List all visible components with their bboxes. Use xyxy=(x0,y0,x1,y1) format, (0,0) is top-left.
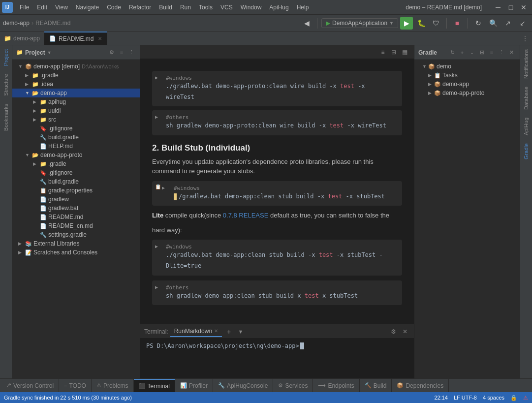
code-toggle-5[interactable]: ▶ xyxy=(155,284,158,290)
tree-item-extlibs[interactable]: ▶ 📚 External Libraries xyxy=(12,239,140,248)
menu-run[interactable]: Run xyxy=(176,2,195,12)
bottom-tab-terminal[interactable]: ⬛ Terminal xyxy=(134,379,175,393)
menu-tools[interactable]: Tools xyxy=(195,2,217,12)
bottom-tab-todo[interactable]: ≡ TODO xyxy=(59,379,92,393)
gradle-item-tasks[interactable]: ▶ 📋 Tasks xyxy=(414,71,520,80)
view-side-btn[interactable]: ▦ xyxy=(399,47,410,58)
gradle-collapse-icon[interactable]: ≡ xyxy=(487,48,496,57)
vtab-structure[interactable]: Structure xyxy=(1,70,11,100)
search-button[interactable]: 🔍 xyxy=(487,17,500,30)
tab-close-icon[interactable]: ✕ xyxy=(98,36,102,41)
gradle-filter-icon[interactable]: ⋮ xyxy=(497,48,506,57)
tree-item-gradle-root[interactable]: ▶ 📁 .gradle xyxy=(12,71,140,80)
gradle-item-demoproto[interactable]: ▶ 📦 demo-app-proto xyxy=(414,89,520,97)
tree-item-gradle2[interactable]: ▶ 📁 .gradle xyxy=(12,159,140,168)
stop-button[interactable]: ■ xyxy=(451,17,464,30)
breadcrumb-project[interactable]: demo-app xyxy=(3,20,30,27)
tree-item-gitignore[interactable]: 🔖 .gitignore xyxy=(12,124,140,133)
gradle-refresh-icon[interactable]: ↻ xyxy=(448,48,457,57)
copy-icon[interactable]: 📋 xyxy=(155,184,161,189)
status-line-col[interactable]: 22:14 xyxy=(434,395,448,401)
gradle-item-demo[interactable]: ▼ 📦 demo xyxy=(414,62,520,71)
nav-forward-btn[interactable]: ↗ xyxy=(501,17,514,30)
maximize-button[interactable]: □ xyxy=(504,1,517,14)
bottom-tab-version-control[interactable]: ⎇ Version Control xyxy=(0,379,59,393)
vtab-gradle[interactable]: Gradle xyxy=(521,139,531,163)
vtab-project[interactable]: Project xyxy=(1,45,11,70)
run-button[interactable]: ▶ xyxy=(400,17,413,30)
toolbar-back-btn[interactable]: ◀ xyxy=(300,17,313,30)
menu-vcs[interactable]: VCS xyxy=(217,2,237,12)
tree-item-helpmd[interactable]: 📄 HELP.md xyxy=(12,142,140,151)
status-encoding[interactable]: LF UTF-8 xyxy=(454,395,477,401)
tree-item-gradlew[interactable]: 📄 gradlew xyxy=(12,195,140,204)
vtab-bookmarks[interactable]: Bookmarks xyxy=(1,100,11,135)
tree-item-demoproto[interactable]: ▼ 📂 demo-app-proto xyxy=(12,151,140,159)
code-toggle-3[interactable]: ▶ xyxy=(162,185,165,190)
menu-apihug[interactable]: ApiHug xyxy=(265,2,292,12)
tree-item-scratches[interactable]: ▶ 📝 Scratches and Consoles xyxy=(12,248,140,257)
bottom-tab-profiler[interactable]: 📊 Profiler xyxy=(175,379,213,393)
tree-item-readmecn[interactable]: 📄 README_cn.md xyxy=(12,221,140,230)
menu-window[interactable]: Window xyxy=(237,2,266,12)
add-terminal-btn[interactable]: + xyxy=(224,327,234,337)
code-toggle-1[interactable]: ▶ xyxy=(155,75,158,80)
options-icon[interactable]: ⋮ xyxy=(127,48,136,57)
menu-help[interactable]: Help xyxy=(293,2,313,12)
close-button[interactable]: ✕ xyxy=(517,1,530,14)
bottom-tab-build[interactable]: 🔨 Build xyxy=(360,379,392,393)
menu-file[interactable]: File xyxy=(16,2,33,12)
tree-item-buildgradle2[interactable]: 🔧 build.gradle xyxy=(12,177,140,186)
tree-item-root[interactable]: ▼ 📦 demo-app [demo] D:\Aaron\works xyxy=(12,62,140,71)
minimize-button[interactable]: ─ xyxy=(492,1,504,14)
menu-build[interactable]: Build xyxy=(155,2,176,12)
vtab-notifications[interactable]: Notifications xyxy=(521,45,531,83)
terminal-tab-close-icon[interactable]: ✕ xyxy=(214,328,218,334)
coverage-button[interactable]: 🛡 xyxy=(430,17,442,30)
code-toggle-2[interactable]: ▶ xyxy=(155,114,158,120)
tree-item-gitignore2[interactable]: 🔖 .gitignore xyxy=(12,168,140,177)
code-toggle-4[interactable]: ▶ xyxy=(155,244,158,249)
sync-icon[interactable]: ⚙ xyxy=(107,48,116,57)
bottom-tab-services[interactable]: ⚙ Services xyxy=(273,379,313,393)
nav-backward-btn[interactable]: ↙ xyxy=(516,17,529,30)
gradle-item-demoapp[interactable]: ▶ 📦 demo-app xyxy=(414,80,520,89)
update-button[interactable]: ↻ xyxy=(472,17,485,30)
tree-item-buildgradle[interactable]: 🔧 build.gradle xyxy=(12,133,140,142)
gear-icon[interactable]: ≡ xyxy=(117,48,126,57)
gradle-add-icon[interactable]: + xyxy=(458,48,467,57)
gradle-expand-icon[interactable]: ⊞ xyxy=(477,48,486,57)
menu-view[interactable]: View xyxy=(51,2,72,12)
gradle-minus-icon[interactable]: - xyxy=(468,48,476,57)
tab-demoapp[interactable]: 📁 demo-app xyxy=(0,31,44,45)
tree-item-settingsgradle[interactable]: 🔧 settings.gradle xyxy=(12,230,140,239)
terminal-options-btn[interactable]: ▼ xyxy=(236,327,246,337)
view-list-btn[interactable]: ≡ xyxy=(377,47,388,58)
debug-button[interactable]: 🐛 xyxy=(415,17,428,30)
terminal-tab-active[interactable]: RunMarkdown ✕ xyxy=(170,326,222,337)
editor-menu-btn[interactable]: ⋮ xyxy=(518,35,532,42)
status-indent[interactable]: 4 spaces xyxy=(483,395,504,401)
bottom-tab-apihugconsole[interactable]: 🔧 ApiHugConsole xyxy=(213,379,273,393)
terminal-content[interactable]: PS D:\Aaron\workspace\projects\ng\demo-a… xyxy=(140,339,414,378)
tree-item-gradleprops[interactable]: 📋 gradle.properties xyxy=(12,186,140,195)
tree-item-idea[interactable]: ▶ 📁 .idea xyxy=(12,80,140,89)
tree-item-apihug[interactable]: ▶ 📁 apihug xyxy=(12,97,140,106)
tree-item-readmemd[interactable]: 📄 README.md xyxy=(12,213,140,221)
tree-item-gradlewbat[interactable]: 📄 gradlew.bat xyxy=(12,204,140,213)
bottom-tab-endpoints[interactable]: ⟶ Endpoints xyxy=(313,379,359,393)
bottom-tab-dependencies[interactable]: 📦 Dependencies xyxy=(392,379,449,393)
terminal-close-icon[interactable]: ✕ xyxy=(400,327,410,337)
gradle-close-icon[interactable]: ✕ xyxy=(507,48,516,57)
terminal-settings-icon[interactable]: ⚙ xyxy=(388,327,398,337)
run-config-selector[interactable]: ▶ DemoAppApplication ▼ xyxy=(321,18,398,28)
vtab-database[interactable]: Database xyxy=(521,83,531,114)
tree-item-demoapp[interactable]: ▼ 📂 demo-app xyxy=(12,89,140,97)
tab-readme[interactable]: 📄 README.md ✕ xyxy=(44,31,107,45)
vtab-apihug[interactable]: ApiHug xyxy=(521,114,531,139)
tree-item-uuidi[interactable]: ▶ 📁 uuidi xyxy=(12,106,140,115)
menu-edit[interactable]: Edit xyxy=(33,2,51,12)
menu-navigate[interactable]: Navigate xyxy=(72,2,103,12)
menu-code[interactable]: Code xyxy=(103,2,125,12)
menu-refactor[interactable]: Refactor xyxy=(125,2,155,12)
